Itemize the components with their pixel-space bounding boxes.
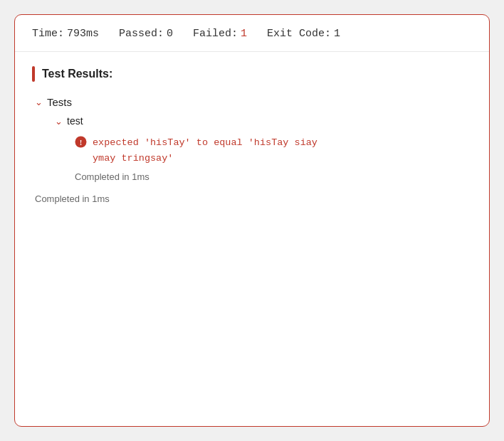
stats-bar: Time: 793ms Passed: 0 Failed: 1 Exit Cod… bbox=[15, 15, 489, 52]
exit-value: 1 bbox=[334, 28, 340, 40]
time-label: Time: bbox=[32, 28, 64, 40]
error-icon: ! bbox=[75, 136, 87, 151]
content-area: Test Results: ⌄ Tests ⌄ test ! bbox=[15, 52, 489, 219]
red-bar-icon bbox=[32, 66, 35, 82]
completed-outer-text: Completed in 1ms bbox=[35, 193, 110, 204]
tests-group: ⌄ Tests ⌄ test ! expected 'hisTay' to eq… bbox=[35, 96, 472, 182]
error-block: ! expected 'hisTay' to equal 'hisTay sia… bbox=[75, 135, 472, 182]
main-card: Time: 793ms Passed: 0 Failed: 1 Exit Cod… bbox=[14, 14, 490, 427]
test-group: ⌄ test ! expected 'hisTay' to equal 'his… bbox=[55, 115, 472, 182]
exit-label: Exit Code: bbox=[267, 28, 331, 40]
tests-group-header[interactable]: ⌄ Tests bbox=[35, 96, 472, 108]
test-chevron-icon: ⌄ bbox=[55, 117, 63, 126]
failed-label: Failed: bbox=[193, 28, 238, 40]
section-title: Test Results: bbox=[32, 66, 472, 82]
test-item-label: test bbox=[67, 115, 83, 127]
svg-text:!: ! bbox=[80, 138, 83, 147]
error-message-line1: expected 'hisTay' to equal 'hisTay siay bbox=[93, 137, 317, 148]
section-title-text: Test Results: bbox=[42, 68, 112, 80]
error-message: expected 'hisTay' to equal 'hisTay siay … bbox=[93, 135, 317, 166]
passed-value: 0 bbox=[167, 28, 173, 40]
test-item-header[interactable]: ⌄ test bbox=[55, 115, 472, 127]
passed-stat: Passed: 0 bbox=[119, 28, 173, 40]
failed-value: 1 bbox=[241, 28, 247, 40]
exit-stat: Exit Code: 1 bbox=[267, 28, 340, 40]
failed-stat: Failed: 1 bbox=[193, 28, 247, 40]
passed-label: Passed: bbox=[119, 28, 164, 40]
completed-inner-text: Completed in 1ms bbox=[75, 171, 472, 182]
tests-chevron-icon: ⌄ bbox=[35, 97, 43, 107]
error-line: ! expected 'hisTay' to equal 'hisTay sia… bbox=[75, 135, 472, 166]
time-stat: Time: 793ms bbox=[32, 28, 99, 40]
time-value: 793ms bbox=[67, 28, 99, 40]
error-message-line2: ymay tringsay' bbox=[93, 153, 173, 164]
completed-outer: Completed in 1ms bbox=[35, 192, 472, 205]
tests-group-label: Tests bbox=[47, 96, 72, 108]
